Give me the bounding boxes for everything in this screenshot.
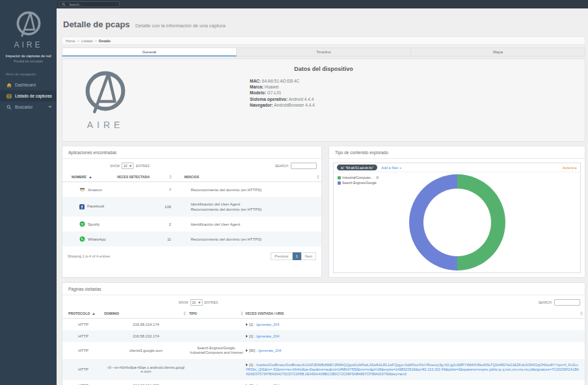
uri-entry: [1] : /generate_204 bbox=[246, 334, 279, 338]
indicio-line: Reconocimiento del dominio (en HTTPS) bbox=[191, 187, 321, 192]
topbar bbox=[57, 0, 588, 8]
topbar-search[interactable] bbox=[59, 1, 120, 7]
actions-link[interactable]: Actions ▸ bbox=[563, 166, 577, 170]
main-content: Detalle de pcaps Detalle con la informac… bbox=[57, 8, 588, 385]
screen: AIRE Inspector de capturas de red Prueba… bbox=[0, 0, 588, 385]
expand-caret-icon[interactable] bbox=[246, 364, 248, 366]
sidebar-item-buscador[interactable]: Buscador bbox=[0, 101, 57, 113]
column-header-protocolo[interactable]: Protocolo bbox=[62, 309, 104, 319]
indicio-line: Reconocimiento del dominio (en HTTPS) bbox=[191, 237, 321, 242]
page-domain-cell: 216.58.210.174 bbox=[104, 330, 187, 342]
sort-icon bbox=[241, 312, 243, 316]
tab-timeline[interactable]: Timeline bbox=[237, 47, 411, 57]
table-row: WhatsApp11Reconocimiento del dominio (en… bbox=[62, 232, 321, 246]
page-uris-cell: [1] : /generate_204 bbox=[245, 319, 585, 331]
gear-icon[interactable]: ⚙ bbox=[376, 175, 379, 180]
device-field-label: Sistema operativo: bbox=[250, 97, 287, 101]
sidebar-menu: DashboardListado de capturasBuscador bbox=[0, 79, 57, 113]
device-field-value: G7-L01 bbox=[267, 90, 282, 95]
add-filter-link[interactable]: Add a filter + bbox=[381, 166, 401, 170]
facebook-icon: f bbox=[79, 204, 85, 209]
table-row: Spotify2Identificación del User Agent bbox=[62, 217, 321, 232]
kibana-embed: id: "64:a6:51:ad:eb:4c" Add a filter + A… bbox=[333, 163, 581, 273]
chevron-down-icon bbox=[129, 165, 132, 167]
app-name: WhatsApp bbox=[88, 237, 106, 241]
uri-link[interactable]: /market/GetBinary/GetBinary/b/1/AF3DWBdf… bbox=[246, 363, 579, 376]
legend-item[interactable]: Industrial/Computer...⚙ bbox=[338, 175, 379, 180]
page-size-select[interactable]: 10 bbox=[122, 163, 134, 169]
uri-link[interactable]: /generate_204 bbox=[258, 349, 281, 352]
column-header-nombre[interactable]: Nombre bbox=[62, 172, 107, 182]
entries-label: entries bbox=[136, 165, 150, 168]
search-icon bbox=[6, 104, 12, 110]
column-header-dominio[interactable]: Dominio bbox=[104, 309, 187, 319]
app-count-cell: 7 bbox=[107, 182, 174, 198]
tab-mapa[interactable]: Mapa bbox=[411, 47, 585, 57]
breadcrumb-item[interactable]: Listado bbox=[81, 39, 93, 43]
app-logo: AIRE bbox=[0, 0, 57, 49]
apps-table-controls: Show 10 entries Search: bbox=[62, 163, 321, 170]
search-label: Search: bbox=[539, 301, 552, 304]
page-size-value: 10 bbox=[192, 300, 196, 304]
app-count-cell: 106 bbox=[107, 197, 174, 217]
filter-pill[interactable]: id: "64:a6:51:ad:eb:4c" bbox=[337, 165, 377, 170]
tab-bar: GeneralTimelineMapa bbox=[62, 47, 585, 57]
home-icon bbox=[6, 82, 12, 88]
pages-table: ProtocoloDominioTipoVeces visitada / URI… bbox=[62, 309, 585, 385]
app-count-cell: 2 bbox=[107, 217, 174, 232]
indicio-line: Identificación del User Agent bbox=[191, 202, 321, 207]
expand-caret-icon[interactable] bbox=[246, 323, 248, 326]
app-subtitle: Prueba de concepto bbox=[0, 59, 57, 63]
legend-item[interactable]: Search Engines/Google bbox=[338, 180, 379, 185]
column-header-indicios[interactable]: Indicios bbox=[174, 172, 321, 182]
search-input[interactable] bbox=[68, 2, 113, 7]
page-size-control: Show 10 entries bbox=[110, 163, 150, 169]
previous-page-button[interactable]: Previous bbox=[271, 252, 292, 260]
breadcrumb-item: Detalle bbox=[99, 39, 111, 43]
uri-link[interactable]: /generate_204 bbox=[256, 334, 279, 338]
sidebar-item-dashboard[interactable]: Dashboard bbox=[0, 79, 57, 90]
page-number-button[interactable]: 1 bbox=[293, 252, 301, 260]
logo-text: AIRE bbox=[0, 40, 57, 49]
device-field-label: Marca: bbox=[250, 85, 263, 89]
app-name-cell: Amazon bbox=[62, 182, 107, 198]
apps-search-input[interactable] bbox=[291, 163, 317, 169]
tipo-line: Industrial/Computers and Internet bbox=[189, 351, 245, 356]
column-header-veces-detectada[interactable]: Veces detectada bbox=[107, 172, 174, 182]
donut-chart[interactable] bbox=[409, 174, 505, 271]
visit-count: [1] bbox=[249, 323, 253, 326]
pagination: Previous 1 Next bbox=[271, 252, 316, 260]
sidebar-item-listado-de-capturas[interactable]: Listado de capturas bbox=[0, 90, 57, 101]
page-tipo-cell: Search Engines/Google,Industrial/Compute… bbox=[188, 342, 245, 359]
page-size-value: 10 bbox=[124, 164, 127, 168]
page-size-select[interactable]: 10 bbox=[190, 299, 202, 306]
content-type-panel-title: Tipo de contenido explorado bbox=[329, 146, 585, 159]
app-count-cell: 11 bbox=[107, 232, 174, 246]
page-tipo-cell bbox=[188, 380, 245, 385]
sort-icon bbox=[183, 312, 186, 316]
table-row: fFacebook106Identificación del User Agen… bbox=[62, 197, 321, 217]
apps-panel: Aplicaciones encontradas Show 10 entries… bbox=[62, 146, 322, 278]
device-field-value: Huawei bbox=[265, 85, 279, 89]
sidebar-item-label: Listado de capturas bbox=[15, 94, 52, 98]
uri-link[interactable]: /generate_204 bbox=[256, 323, 279, 326]
entries-label: entries bbox=[204, 301, 218, 304]
pages-search-input[interactable] bbox=[554, 299, 580, 306]
breadcrumb-separator: > bbox=[95, 39, 97, 43]
column-header-veces-visitada-uris[interactable]: Veces visitada / URIs bbox=[245, 309, 585, 319]
page-protocol-cell: HTTP bbox=[62, 319, 104, 331]
app-indicios-cell: Reconocimiento del dominio (en HTTPS) bbox=[174, 182, 321, 198]
app-name: Facebook bbox=[87, 204, 104, 208]
app-name-cell: fFacebook bbox=[62, 197, 107, 217]
app-name-cell: Spotify bbox=[62, 217, 107, 232]
next-page-button[interactable]: Next bbox=[301, 252, 316, 260]
table-row: HTTP216.58.211.238[2] : /generate_204 bbox=[62, 380, 585, 385]
tab-general[interactable]: General bbox=[62, 47, 237, 57]
list-icon bbox=[6, 93, 12, 99]
expand-caret-icon[interactable] bbox=[246, 349, 248, 352]
pages-panel: Páginas visitadas Show 10 entries Search… bbox=[62, 282, 585, 385]
breadcrumb-item[interactable]: Home bbox=[66, 39, 75, 43]
expand-caret-icon[interactable] bbox=[246, 335, 248, 338]
column-header-tipo[interactable]: Tipo bbox=[188, 309, 245, 319]
app-name: Amazon bbox=[88, 188, 102, 192]
